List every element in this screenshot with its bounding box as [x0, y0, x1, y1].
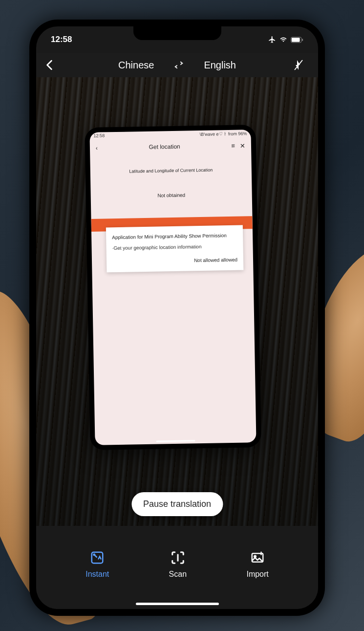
inner-dialog-title: Application for Mini Program Ability Sho…	[112, 232, 237, 241]
inner-status-right: \B'wave e♡ㅏ from 96%	[200, 131, 247, 138]
inner-home-indicator	[156, 440, 195, 442]
inner-header-actions: ≡ ✕	[231, 142, 245, 149]
tab-import[interactable]: Import	[246, 549, 268, 579]
outer-screen: 12:58 Chinese	[36, 26, 318, 609]
inner-dialog-actions: Not allowed allowed	[112, 257, 237, 265]
inner-text-status: Not obtained	[101, 191, 242, 199]
language-header: Chinese English	[36, 53, 318, 77]
home-indicator[interactable]	[136, 603, 219, 605]
inner-permission-dialog: Application for Mini Program Ability Sho…	[106, 225, 244, 272]
svg-rect-2	[302, 39, 303, 41]
inner-phone-screen: 12:58 \B'wave e♡ㅏ from 96% ‹ Get locatio…	[89, 130, 256, 445]
flash-button[interactable]	[294, 59, 308, 71]
inner-page-title: Get location	[98, 142, 232, 152]
svg-rect-1	[292, 38, 300, 42]
svg-point-5	[94, 554, 95, 556]
tab-scan[interactable]: Scan	[169, 549, 187, 579]
inner-close-icon: ✕	[240, 142, 245, 149]
outer-phone-frame: 12:58 Chinese	[29, 20, 325, 616]
tab-scan-label: Scan	[169, 570, 187, 579]
tab-instant-label: Instant	[86, 570, 109, 579]
import-icon	[249, 549, 266, 566]
language-selector-group: Chinese English	[61, 60, 294, 71]
status-time: 12:58	[51, 35, 72, 44]
target-language[interactable]: English	[204, 60, 236, 71]
instant-icon	[89, 549, 106, 566]
tab-instant[interactable]: Instant	[86, 549, 109, 579]
pause-translation-button[interactable]: Pause translation	[131, 492, 223, 516]
swap-languages-icon[interactable]	[173, 61, 184, 69]
back-button[interactable]	[46, 60, 61, 70]
status-icons	[268, 36, 303, 44]
source-language[interactable]: Chinese	[118, 60, 154, 71]
scan-icon	[170, 549, 186, 566]
inner-menu-icon: ≡	[231, 142, 235, 149]
camera-viewfinder: 12:58 \B'wave e♡ㅏ from 96% ‹ Get locatio…	[36, 77, 318, 526]
airplane-icon	[268, 36, 276, 44]
wifi-icon	[279, 36, 288, 43]
tab-import-label: Import	[246, 570, 268, 579]
inner-dialog-description: ·Get your geographic location informatio…	[112, 243, 237, 252]
inner-phone-frame: 12:58 \B'wave e♡ㅏ from 96% ‹ Get locatio…	[85, 125, 261, 450]
inner-text-latitude: Latitude and Longitude of Current Locati…	[100, 167, 242, 174]
notch	[133, 26, 221, 40]
bottom-tab-bar: Instant Scan Import	[36, 541, 318, 609]
battery-icon	[291, 37, 303, 43]
inner-status-time: 12:58	[93, 133, 105, 140]
